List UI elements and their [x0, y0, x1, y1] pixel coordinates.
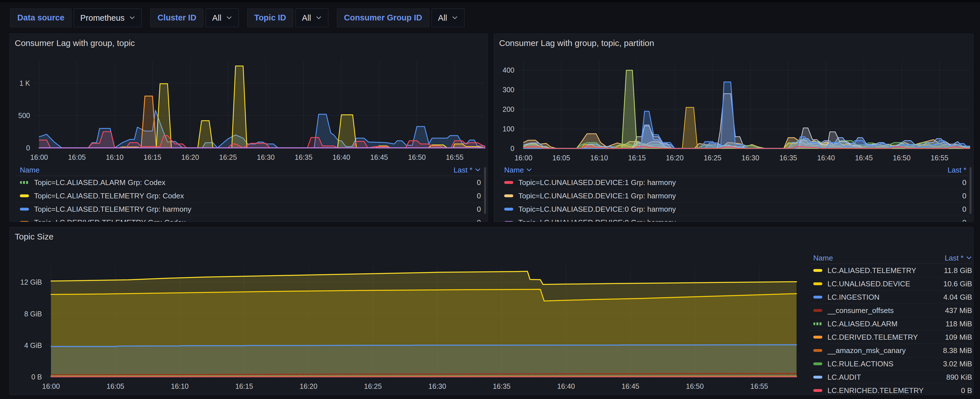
legend-last-header[interactable]: Last * [945, 254, 972, 262]
legend-label[interactable]: LC.INGESTION [827, 293, 941, 302]
x-tick-label: 16:20 [666, 154, 684, 162]
legend-row[interactable]: LC.DERIVED.TELEMETRY109 MiB [810, 330, 974, 344]
legend-scrollbar[interactable] [969, 167, 972, 214]
legend-last-header[interactable]: Last * [454, 166, 481, 174]
variable-label: Topic ID [247, 8, 293, 27]
legend-label[interactable]: Topic=LC.UNALIASED.DEVICE:0 Grp: harmony [519, 205, 935, 214]
legend-name-header[interactable]: Name [813, 254, 833, 262]
chevron-down-icon [226, 16, 232, 20]
y-tick-label: 12 GiB [21, 278, 42, 286]
x-tick-label: 16:55 [446, 153, 464, 161]
x-tick-label: 16:00 [515, 154, 533, 162]
legend-row[interactable]: LC.AUDIT890 KiB [810, 370, 974, 384]
y-tick-label: 0 B [31, 373, 42, 381]
chevron-down-icon [526, 168, 532, 172]
x-tick-label: 16:35 [493, 382, 511, 390]
legend-label[interactable]: LC.UNALIASED.DEVICE [827, 279, 941, 288]
legend-row[interactable]: Topic=LC.ALIASED.TELEMETRY Grp: harmony0 [16, 203, 483, 216]
legend-row[interactable]: LC.UNALIASED.DEVICE10.6 GiB [810, 277, 974, 290]
variable-label: Consumer Group ID [337, 8, 429, 27]
panel-title[interactable]: Consumer Lag with group, topic, partitio… [499, 38, 654, 48]
legend-row[interactable]: Topic=LC.ALIASED.ALARM Grp: Codex0 [16, 176, 483, 189]
legend-row[interactable]: LC.INGESTION4.04 GiB [810, 290, 974, 304]
consumer-lag-group-topic-chart[interactable]: 16:0016:0516:1016:1516:2016:2516:3016:35… [10, 34, 488, 167]
x-tick-label: 16:10 [106, 153, 124, 161]
legend-header: NameLast * [501, 164, 968, 176]
legend-row[interactable]: __amazon_msk_canary8.38 MiB [810, 344, 974, 357]
variable-value-dropdown[interactable]: All [296, 8, 328, 27]
legend-swatch-icon [813, 389, 822, 392]
legend-row[interactable]: Topic=LC.UNALIASED.DEVICE:0 Grp: harmony… [501, 216, 968, 222]
y-tick-label: 500 [18, 112, 30, 120]
legend-label[interactable]: Topic=LC.UNALIASED.DEVICE:1 Grp: harmony [519, 178, 935, 187]
legend-label[interactable]: __amazon_msk_canary [827, 346, 941, 355]
legend-row[interactable]: Topic=LC.UNALIASED.DEVICE:1 Grp: harmony… [501, 189, 968, 203]
consumer-lag-group-topic-chart-wrap: 16:0016:0516:1016:1516:2016:2516:3016:35… [10, 34, 488, 168]
legend-row[interactable]: LC.ENRICHED.TELEMETRY0 B [810, 384, 974, 394]
legend-swatch-icon [813, 362, 822, 365]
x-tick-label: 16:25 [219, 153, 237, 161]
legend-label[interactable]: Topic=LC.UNALIASED.DEVICE:0 Grp: harmony [519, 218, 935, 222]
chevron-down-icon [316, 16, 322, 20]
legend-value: 4.04 GiB [941, 293, 972, 302]
legend-header: NameLast * [16, 164, 483, 176]
legend-last-header[interactable]: Last * [948, 166, 967, 174]
legend-label[interactable]: LC.RULE.ACTIONS [827, 359, 941, 368]
variable-value-dropdown[interactable]: All [431, 8, 465, 27]
legend-row[interactable]: __consumer_offsets437 MiB [810, 304, 974, 317]
legend-row[interactable]: Topic=LC.UNALIASED.DEVICE:1 Grp: harmony… [501, 176, 968, 189]
x-tick-label: 16:15 [143, 153, 161, 161]
x-tick-label: 16:05 [552, 154, 570, 162]
y-tick-label: 200 [503, 105, 514, 113]
variable-value-dropdown[interactable]: All [205, 8, 239, 27]
variable-value-text: Prometheus [80, 9, 124, 27]
variable-value-dropdown[interactable]: Prometheus [74, 8, 142, 27]
legend-row[interactable]: Topic=LC.DERIVED.TELEMETRY Grp: Codex0 [16, 216, 483, 222]
x-tick-label: 16:15 [628, 154, 646, 162]
legend-row[interactable]: Topic=LC.ALIASED.TELEMETRY Grp: Codex0 [16, 189, 483, 203]
legend-swatch-icon [504, 208, 513, 211]
x-tick-label: 16:45 [370, 153, 388, 161]
legend-swatch-icon [813, 309, 822, 312]
x-tick-label: 16:40 [332, 153, 350, 161]
legend-value: 0 B [941, 386, 972, 394]
legend-name-header[interactable]: Name [504, 166, 532, 174]
consumer-lag-group-topic-partition-chart-wrap: 16:0016:0516:1016:1516:2016:2516:3016:35… [494, 34, 974, 168]
legend-label[interactable]: Topic=LC.DERIVED.TELEMETRY Grp: Codex [34, 218, 450, 222]
consumer-lag-group-topic-partition-chart[interactable]: 16:0016:0516:1016:1516:2016:2516:3016:35… [494, 34, 974, 167]
legend-value: 0 [450, 205, 481, 214]
legend-swatch-icon [20, 221, 29, 222]
panel-title[interactable]: Consumer Lag with group, topic [15, 38, 135, 48]
legend-scrollbar[interactable] [484, 167, 486, 214]
legend-label[interactable]: LC.DERIVED.TELEMETRY [827, 333, 941, 342]
legend-label[interactable]: LC.ALIASED.ALARM [827, 319, 941, 328]
legend-label[interactable]: LC.ENRICHED.TELEMETRY [827, 386, 941, 394]
legend-label[interactable]: LC.AUDIT [827, 373, 941, 382]
legend-label[interactable]: Topic=LC.ALIASED.ALARM Grp: Codex [34, 178, 450, 187]
y-tick-label: 4 GiB [24, 342, 42, 350]
topic-size-chart[interactable]: 16:0016:0516:1016:1516:2016:2516:3016:35… [10, 227, 812, 395]
chevron-down-icon [475, 168, 481, 172]
legend-label[interactable]: Topic=LC.UNALIASED.DEVICE:1 Grp: harmony [519, 192, 935, 200]
legend-swatch-icon [813, 282, 822, 285]
legend-row[interactable]: LC.RULE.ACTIONS3.02 MiB [810, 357, 974, 370]
legend-name-header[interactable]: Name [20, 166, 40, 174]
x-tick-label: 16:30 [741, 154, 759, 162]
y-tick-label: 400 [503, 66, 514, 74]
legend-value: 0 [935, 205, 966, 214]
legend-value: 11.8 GiB [941, 266, 972, 275]
legend-row[interactable]: Topic=LC.UNALIASED.DEVICE:0 Grp: harmony… [501, 203, 968, 216]
legend-label[interactable]: __consumer_offsets [827, 306, 941, 315]
legend-name-header-label: Name [813, 254, 833, 262]
legend-value: 0 [450, 192, 481, 200]
x-tick-label: 16:00 [30, 153, 48, 161]
legend-label[interactable]: Topic=LC.ALIASED.TELEMETRY Grp: harmony [34, 205, 450, 214]
legend-swatch-icon [813, 336, 822, 338]
x-tick-label: 16:25 [364, 382, 382, 390]
legend-row[interactable]: LC.ALIASED.TELEMETRY11.8 GiB [810, 264, 974, 277]
chevron-down-icon [966, 256, 972, 260]
legend-label[interactable]: LC.ALIASED.TELEMETRY [827, 266, 941, 275]
legend-row[interactable]: LC.ALIASED.ALARM118 MiB [810, 317, 974, 330]
panel-title[interactable]: Topic Size [15, 232, 54, 241]
legend-label[interactable]: Topic=LC.ALIASED.TELEMETRY Grp: Codex [34, 192, 450, 200]
